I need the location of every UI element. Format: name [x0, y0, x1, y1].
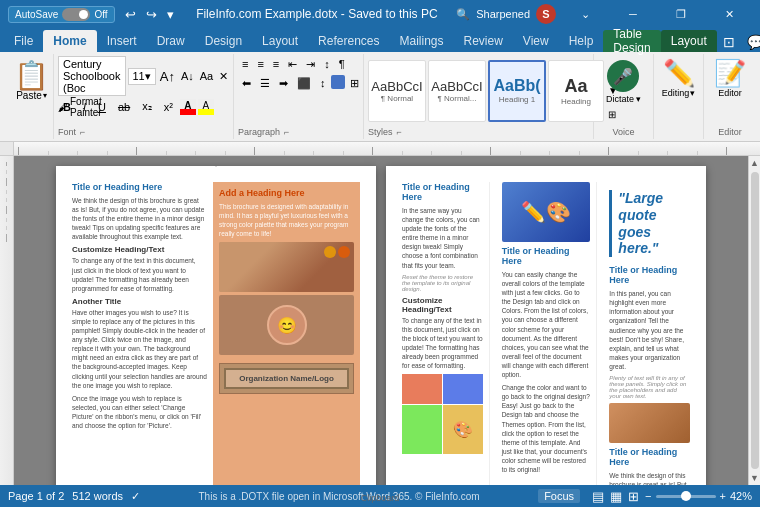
- tab-table-design[interactable]: Table Design: [603, 30, 660, 52]
- autosave-pill[interactable]: [62, 8, 90, 21]
- show-marks-button[interactable]: ¶: [335, 56, 349, 73]
- ribbon-display-btn[interactable]: ⌄: [562, 0, 608, 28]
- tab-layout[interactable]: Layout: [252, 30, 308, 52]
- page2-center-col[interactable]: ✏️🎨 Title or Heading Here You can easily…: [496, 182, 598, 485]
- align-center-button[interactable]: ☰: [256, 75, 274, 92]
- numbering-button[interactable]: ≡: [253, 56, 267, 73]
- tab-file[interactable]: File: [4, 30, 43, 52]
- user-avatar[interactable]: S: [536, 4, 556, 24]
- title-bar-left: AutoSave Off ↩ ↪ ▾: [8, 5, 178, 24]
- autosave-toggle[interactable]: AutoSave Off: [8, 6, 115, 23]
- page2-left-col[interactable]: Title or Heading Here In the same way yo…: [402, 182, 490, 485]
- page2-left-body1: In the same way you change the colors, y…: [402, 206, 483, 270]
- restore-button[interactable]: ❐: [658, 0, 704, 28]
- page-2[interactable]: Title or Heading Here In the same way yo…: [386, 166, 706, 485]
- style-normal-preview: AaBbCcI: [371, 79, 422, 94]
- editor-button[interactable]: 📝: [714, 60, 746, 86]
- right-image-placeholder[interactable]: [609, 403, 690, 443]
- image-placeholder-1[interactable]: [219, 242, 354, 292]
- tab-mailings[interactable]: Mailings: [389, 30, 453, 52]
- tab-table-layout[interactable]: Layout: [661, 30, 717, 52]
- style-normal[interactable]: AaBbCcI ¶ Normal: [368, 60, 426, 122]
- horizontal-ruler[interactable]: [14, 142, 760, 156]
- clear-formatting-button[interactable]: ✕: [217, 70, 230, 83]
- page1-left-col[interactable]: Title or Heading Here We think the desig…: [72, 182, 207, 485]
- style-no-spacing[interactable]: AaBbCcI ¶ Normal...: [428, 60, 486, 122]
- page2-right-col[interactable]: "Large quote goes here." Title or Headin…: [603, 182, 690, 485]
- style-normal-label: ¶ Normal: [381, 94, 413, 103]
- editor-label[interactable]: Editor: [718, 88, 742, 98]
- font-size-increase[interactable]: A↑: [158, 69, 177, 84]
- document-canvas[interactable]: ✛ Title or Heading Here We think the des…: [14, 156, 748, 485]
- scroll-thumb[interactable]: [751, 172, 759, 469]
- shading-button[interactable]: [331, 75, 345, 89]
- justify-button[interactable]: ⬛: [293, 75, 315, 92]
- borders-button[interactable]: ⊞: [346, 75, 363, 92]
- tab-draw[interactable]: Draw: [147, 30, 195, 52]
- image-placeholder-2[interactable]: 😊: [219, 295, 354, 355]
- dictate-label[interactable]: Dictate ▾: [606, 94, 641, 104]
- font-size-select[interactable]: 11▾: [128, 68, 156, 85]
- title-bar-right: 🔍 Sharpened S ⌄ ─ ❐ ✕: [456, 0, 752, 28]
- subscript-button[interactable]: x₂: [137, 98, 157, 115]
- center-image-placeholder[interactable]: ✏️🎨: [502, 182, 591, 242]
- superscript-button[interactable]: x²: [159, 99, 178, 115]
- page2-left-subheading: Customize Heading/Text: [402, 296, 483, 314]
- font-name-select[interactable]: Century Schoolbook (Boc: [58, 56, 126, 96]
- styles-group-label: Styles ⌐: [368, 125, 589, 137]
- tab-help[interactable]: Help: [559, 30, 604, 52]
- tab-review[interactable]: Review: [454, 30, 513, 52]
- multilevel-list-button[interactable]: ≡: [269, 56, 283, 73]
- bold-button[interactable]: B: [58, 99, 76, 115]
- tab-view[interactable]: View: [513, 30, 559, 52]
- decrease-indent-button[interactable]: ⇤: [284, 56, 301, 73]
- ruler-corner[interactable]: [0, 142, 14, 156]
- tab-home[interactable]: Home: [43, 30, 96, 52]
- comments-btn[interactable]: 💬: [741, 32, 760, 52]
- align-left-button[interactable]: ⬅: [238, 75, 255, 92]
- voice-controls: 🎤 Dictate ▾: [606, 56, 641, 125]
- bullets-button[interactable]: ≡: [238, 56, 252, 73]
- vertical-ruler[interactable]: [0, 156, 14, 485]
- page-1[interactable]: ✛ Title or Heading Here We think the des…: [56, 166, 376, 485]
- paste-button[interactable]: 📋 Paste ▾: [8, 58, 55, 105]
- dictate-button[interactable]: 🎤: [607, 60, 639, 92]
- quick-access-more[interactable]: ▾: [163, 5, 178, 24]
- align-right-button[interactable]: ➡: [275, 75, 292, 92]
- editing-button[interactable]: ✏️: [663, 60, 695, 86]
- font-dialog-launcher[interactable]: ⌐: [80, 127, 85, 137]
- page-move-handle[interactable]: ✛: [211, 166, 221, 170]
- vertical-scrollbar[interactable]: ▲ ▼: [748, 156, 760, 485]
- editing-label[interactable]: Editing ▾: [662, 88, 696, 98]
- sort-button[interactable]: ↕: [320, 56, 334, 73]
- increase-indent-button[interactable]: ⇥: [302, 56, 319, 73]
- tab-insert[interactable]: Insert: [97, 30, 147, 52]
- tab-references[interactable]: References: [308, 30, 389, 52]
- tab-design[interactable]: Design: [195, 30, 252, 52]
- close-button[interactable]: ✕: [706, 0, 752, 28]
- font-size-decrease[interactable]: A↓: [179, 70, 196, 82]
- underline-button[interactable]: U: [93, 99, 111, 115]
- change-case-button[interactable]: Aa: [198, 70, 215, 82]
- strikethrough-button[interactable]: ab: [113, 99, 135, 115]
- minimize-button[interactable]: ─: [610, 0, 656, 28]
- paste-dropdown-arrow[interactable]: ▾: [43, 91, 47, 100]
- zoom-slider[interactable]: [656, 495, 716, 498]
- italic-button[interactable]: I: [78, 99, 91, 115]
- line-spacing-button[interactable]: ↕: [316, 75, 330, 92]
- scroll-down-button[interactable]: ▼: [748, 471, 760, 485]
- font-color-button[interactable]: A: [180, 99, 196, 115]
- color-image-grid[interactable]: 🎨: [402, 374, 483, 454]
- paragraph-dialog-launcher[interactable]: ⌐: [284, 127, 289, 137]
- highlight-color-button[interactable]: A: [198, 99, 214, 115]
- styles-dialog-launcher[interactable]: ⌐: [397, 127, 402, 137]
- scroll-up-button[interactable]: ▲: [748, 156, 760, 170]
- share-btn[interactable]: ⊡: [717, 32, 741, 52]
- redo-button[interactable]: ↪: [142, 5, 161, 24]
- org-box[interactable]: Organization Name/Logo: [219, 363, 354, 394]
- undo-button[interactable]: ↩: [121, 5, 140, 24]
- page1-right-col[interactable]: Add a Heading Here This brochure is desi…: [213, 182, 360, 485]
- style-heading1[interactable]: AaBb( Heading 1: [488, 60, 546, 122]
- large-quote: "Large quote goes here.": [609, 190, 690, 257]
- page2-right-body2: We think the design of this brochure is …: [609, 471, 690, 485]
